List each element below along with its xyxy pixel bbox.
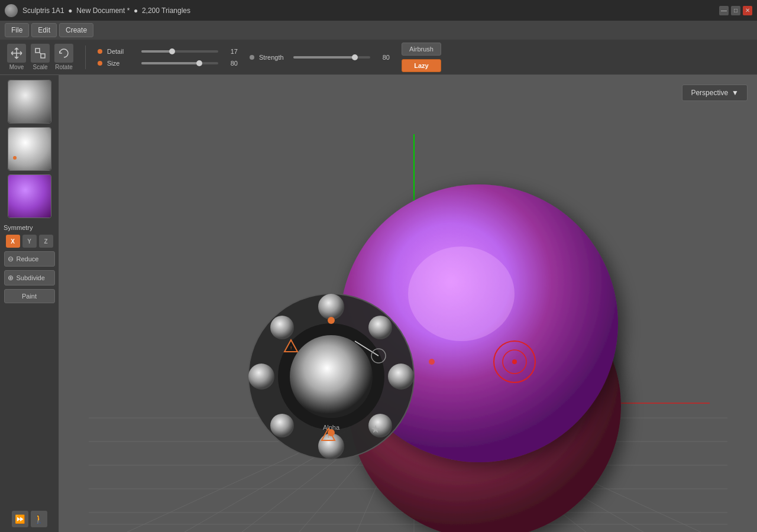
svg-point-37: [368, 316, 392, 339]
perspective-button[interactable]: Perspective ▼: [682, 85, 748, 101]
triangle-count: 2,200 Triangles: [142, 7, 190, 15]
draw-brush[interactable]: Draw: [8, 80, 51, 124]
strength-slider-row: Strength 80: [250, 54, 390, 61]
main-layout: Draw Alpha Purple Skin Symmetry X Y Z ⊖ …: [0, 75, 757, 532]
move-tool[interactable]: Move: [7, 44, 26, 70]
strength-slider-group: Strength 80: [250, 54, 390, 61]
strength-fill: [293, 56, 355, 59]
size-slider-row: Size 80: [98, 60, 238, 67]
strength-track: [293, 56, 370, 59]
strength-value: 80: [375, 54, 390, 61]
svg-point-41: [270, 414, 294, 437]
detail-slider-row: Detail 17: [98, 48, 238, 55]
size-fill: [141, 62, 199, 64]
subdivide-label: Subdivide: [17, 274, 45, 281]
close-button[interactable]: ✕: [743, 6, 752, 15]
scene-svg: Alpha: [59, 75, 757, 532]
maximize-button[interactable]: □: [731, 6, 740, 15]
size-value: 80: [223, 60, 238, 67]
file-menu[interactable]: File: [5, 23, 29, 37]
svg-line-2: [40, 53, 41, 54]
reduce-label: Reduce: [17, 255, 39, 262]
strength-label: Strength: [259, 54, 289, 61]
paint-button[interactable]: Paint: [4, 289, 55, 303]
sidebar: Draw Alpha Purple Skin Symmetry X Y Z ⊖ …: [0, 75, 59, 532]
reduce-button[interactable]: ⊖ Reduce: [4, 251, 55, 267]
detail-thumb: [169, 48, 175, 54]
svg-rect-0: [35, 48, 40, 53]
svg-point-30: [429, 359, 435, 365]
strength-dot: [250, 55, 254, 60]
svg-point-26: [408, 246, 515, 341]
document-name: New Document *: [76, 7, 130, 15]
sym-y-button[interactable]: Y: [22, 235, 37, 248]
svg-point-38: [388, 364, 414, 390]
symmetry-label: Symmetry: [4, 224, 33, 231]
airbrush-button[interactable]: Airbrush: [402, 43, 441, 56]
bottom-buttons: ⏩ 🚶: [12, 511, 47, 527]
svg-rect-1: [41, 54, 45, 58]
svg-point-43: [270, 316, 294, 339]
alpha-brush[interactable]: Alpha: [8, 127, 51, 171]
detail-fill: [141, 50, 172, 53]
reduce-icon: ⊖: [8, 255, 14, 263]
subdivide-button[interactable]: ⊕ Subdivide: [4, 270, 55, 286]
svg-text:!: !: [328, 434, 329, 439]
slider-group: Detail 17 Size 80: [98, 48, 238, 67]
purple-sphere-preview: [8, 175, 51, 218]
svg-text:!: !: [290, 345, 292, 351]
app-logo: [5, 4, 18, 17]
subdivide-icon: ⊕: [8, 274, 14, 282]
svg-point-44: [328, 317, 335, 324]
purple-skin-brush[interactable]: Purple Skin: [8, 174, 51, 218]
size-label: Size: [107, 60, 137, 67]
create-menu[interactable]: Create: [59, 23, 93, 37]
svg-point-36: [318, 294, 344, 320]
menubar: File Edit Create: [0, 21, 757, 40]
detail-label: Detail: [107, 48, 137, 55]
lazy-button[interactable]: Lazy: [402, 59, 441, 72]
svg-text:★: ★: [371, 423, 380, 435]
walk-icon[interactable]: 🚶: [31, 511, 47, 527]
toolbar-divider: [85, 46, 86, 69]
size-thumb: [196, 60, 202, 66]
toolbar: Move Scale Rotate Detail 17: [0, 40, 757, 75]
perspective-label: Perspective: [691, 89, 728, 97]
fast-forward-icon[interactable]: ⏩: [12, 511, 28, 527]
svg-point-40: [318, 433, 344, 459]
scale-label: Scale: [33, 64, 47, 70]
svg-point-29: [512, 359, 517, 364]
alpha-sphere-preview: [8, 128, 51, 170]
sym-x-button[interactable]: X: [6, 235, 20, 248]
draw-sphere-preview: [8, 80, 51, 123]
svg-point-42: [248, 364, 274, 390]
detail-value: 17: [223, 48, 238, 55]
title-text: Sculptris 1A1 ● New Document * ● 2,200 T…: [22, 7, 714, 15]
chevron-down-icon: ▼: [732, 89, 739, 97]
move-icon: [7, 44, 26, 63]
size-track: [141, 62, 218, 64]
symmetry-buttons: X Y Z: [6, 235, 53, 248]
move-label: Move: [9, 64, 24, 70]
scale-tool[interactable]: Scale: [31, 44, 50, 70]
minimize-button[interactable]: —: [719, 6, 729, 15]
tool-group: Move Scale Rotate: [7, 44, 73, 70]
detail-dot: [98, 49, 102, 54]
svg-point-34: [290, 335, 373, 418]
size-dot: [98, 61, 102, 66]
scale-icon: [31, 44, 50, 63]
app-title: Sculptris 1A1: [22, 7, 64, 15]
titlebar: Sculptris 1A1 ● New Document * ● 2,200 T…: [0, 0, 757, 21]
viewport[interactable]: Alpha: [59, 75, 757, 532]
title-controls: — □ ✕: [719, 6, 752, 15]
rotate-tool[interactable]: Rotate: [54, 44, 73, 70]
edit-menu[interactable]: Edit: [31, 23, 57, 37]
alpha-dot: [13, 156, 17, 160]
detail-track: [141, 50, 218, 53]
rotate-icon: [54, 44, 73, 63]
strength-thumb: [352, 54, 358, 60]
sym-z-button[interactable]: Z: [39, 235, 53, 248]
rotate-label: Rotate: [55, 64, 72, 70]
toolbar-action-buttons: Airbrush Lazy: [402, 43, 441, 72]
